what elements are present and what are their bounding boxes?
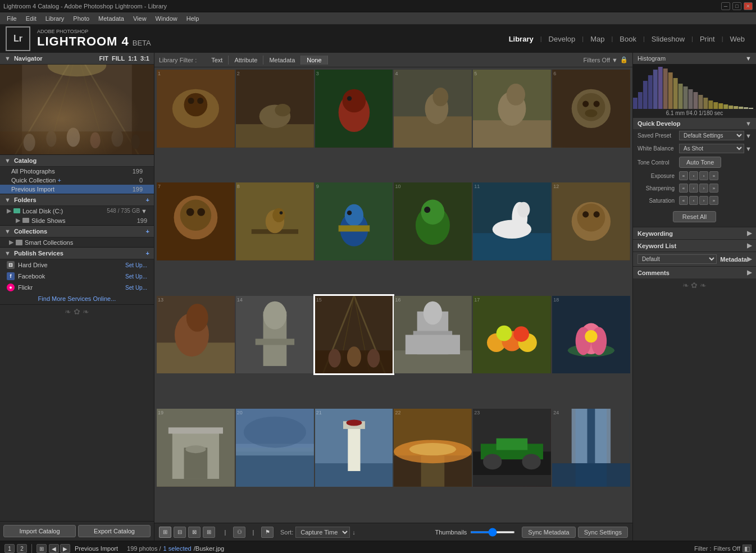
view-loupe-button[interactable]: ⊟ [174,527,186,538]
exposure-minus-large[interactable]: « [679,171,688,180]
photo-cell-24[interactable]: 24 [552,409,630,487]
photo-cell-15[interactable]: 15 [315,296,393,374]
collections-header[interactable]: ▼ Collections + [0,226,154,237]
catalog-header[interactable]: ▼ Catalog [0,155,154,167]
photo-cell-23[interactable]: 23 [473,409,551,487]
view-compare-button[interactable]: ⊠ [188,527,201,538]
saturation-minus-small[interactable]: ‹ [689,196,698,205]
zoom-3-1[interactable]: 3:1 [140,55,149,62]
photo-cell-10[interactable]: 10 [394,182,472,260]
nav-web[interactable]: Web [725,33,751,45]
white-balance-dropdown-icon[interactable]: ▼ [745,145,752,152]
flickr-setup[interactable]: Set Up... [125,285,147,291]
menu-metadata[interactable]: Metadata [94,14,129,23]
catalog-previous-import[interactable]: Previous Import 199 [0,185,154,194]
quick-develop-header[interactable]: Quick Develop ▼ [633,117,756,129]
keyword-list-header[interactable]: Keyword List ▶ [633,239,756,252]
filter-none-btn[interactable]: None [301,56,327,65]
smart-collections-item[interactable]: ▶ Smart Collections [0,237,154,247]
photo-cell-6[interactable]: 6 [552,70,630,148]
photo-cell-12[interactable]: 12 [552,182,630,260]
photo-cell-20[interactable]: 20 [236,409,314,487]
hard-drive-setup[interactable]: Set Up... [125,262,147,268]
filmstrip-page2[interactable]: 2 [17,544,27,553]
nav-slideshow[interactable]: Slideshow [646,33,690,45]
close-button[interactable]: ✕ [744,2,753,10]
add-collection-icon[interactable]: + [146,228,149,235]
thumbnail-size-slider[interactable] [470,531,515,533]
filters-off-label[interactable]: Filters Off ▼ [584,57,618,63]
navigator-header[interactable]: ▼ Navigator FIT FILL 1:1 3:1 [0,53,154,65]
menu-edit[interactable]: Edit [21,14,41,23]
add-publish-icon[interactable]: + [146,250,149,257]
photo-cell-4[interactable]: 4 [394,70,472,148]
exposure-minus-small[interactable]: ‹ [689,171,698,180]
export-catalog-button[interactable]: Export Catalog [78,525,151,537]
maximize-button[interactable]: □ [732,2,741,10]
comments-header[interactable]: Comments ▶ [633,266,756,278]
nav-print[interactable]: Print [694,33,721,45]
catalog-all-photographs[interactable]: All Photographs 199 [0,167,154,176]
filter-value[interactable]: Filters Off [714,545,740,552]
saved-preset-select[interactable]: Default Settings [679,131,744,140]
publish-hard-drive[interactable]: ⊟ Hard Drive Set Up... [0,259,154,271]
sync-metadata-button[interactable]: Sync Metadata [522,527,575,538]
photo-cell-7[interactable]: 7 [157,182,235,260]
photo-cell-17[interactable]: 17 [473,296,551,374]
import-catalog-button[interactable]: Import Catalog [3,525,76,537]
zoom-fit[interactable]: FIT [99,55,108,62]
photo-cell-22[interactable]: 22 [394,409,472,487]
next-photo-button[interactable]: ▶ [60,544,70,553]
disk-dropdown-icon[interactable]: ▼ [141,208,147,214]
nav-library[interactable]: Library [503,33,539,45]
menu-window[interactable]: Window [151,14,182,23]
zoom-fill[interactable]: FILL [112,55,125,62]
filmstrip-page1[interactable]: 1 [4,544,15,553]
zoom-1-1[interactable]: 1:1 [128,55,137,62]
filter-lock-icon[interactable]: 🔒 [620,56,628,63]
flag-button[interactable]: ⚑ [261,527,274,538]
photo-cell-2[interactable]: 2 [236,70,314,148]
menu-library[interactable]: Library [41,14,69,23]
photo-cell-5[interactable]: 5 [473,70,551,148]
nav-book[interactable]: Book [614,33,642,45]
photo-cell-16[interactable]: 16 [394,296,472,374]
white-balance-select[interactable]: As Shot [679,144,744,153]
publish-services-header[interactable]: ▼ Publish Services + [0,248,154,259]
folder-local-disk[interactable]: ▶ Local Disk (C:) 548 / 735 GB ▼ [0,206,154,216]
add-folder-icon[interactable]: + [146,196,149,203]
sharpening-plus-large[interactable]: » [709,184,718,193]
view-survey-button[interactable]: ⊞ [203,527,215,538]
photo-cell-13[interactable]: 13 [157,296,235,374]
menu-view[interactable]: View [129,14,151,23]
sort-direction-icon[interactable]: ↓ [352,529,356,536]
metadata-preset-select[interactable]: Default [637,254,717,264]
saturation-plus-large[interactable]: » [709,196,718,205]
keywording-header[interactable]: Keywording ▶ [633,227,756,239]
previous-photo-button[interactable]: ◀ [49,544,59,553]
photo-cell-18[interactable]: 18 [552,296,630,374]
sharpening-minus-small[interactable]: ‹ [689,184,698,193]
auto-tone-button[interactable]: Auto Tone [679,157,721,168]
photo-cell-1[interactable]: 1 [157,70,235,148]
folder-slideshows[interactable]: ▶ Slide Shows 199 [0,216,154,225]
photo-cell-14[interactable]: 14 [236,296,314,374]
photo-cell-8[interactable]: 8 [236,182,314,260]
histogram-arrow[interactable]: ▼ [745,55,752,62]
photo-cell-19[interactable]: 19 [157,409,235,487]
filter-text-btn[interactable]: Text [206,56,229,65]
saved-preset-dropdown-icon[interactable]: ▼ [745,132,752,139]
photo-cell-9[interactable]: 9 [315,182,393,260]
nav-develop[interactable]: Develop [543,33,581,45]
exposure-plus-large[interactable]: » [709,171,718,180]
publish-flickr[interactable]: ● Flickr Set Up... [0,282,154,293]
folders-header[interactable]: ▼ Folders + [0,194,154,206]
sync-settings-button[interactable]: Sync Settings [578,527,628,538]
reset-all-button[interactable]: Reset All [673,211,716,222]
metadata-header[interactable]: Default Metadata ▶ [633,252,756,266]
view-people-button[interactable]: ⚇ [233,527,245,538]
photo-cell-3[interactable]: 3 [315,70,393,148]
menu-help[interactable]: Help [182,14,204,23]
sharpening-minus-large[interactable]: « [679,184,688,193]
filter-attribute-btn[interactable]: Attribute [229,56,263,65]
